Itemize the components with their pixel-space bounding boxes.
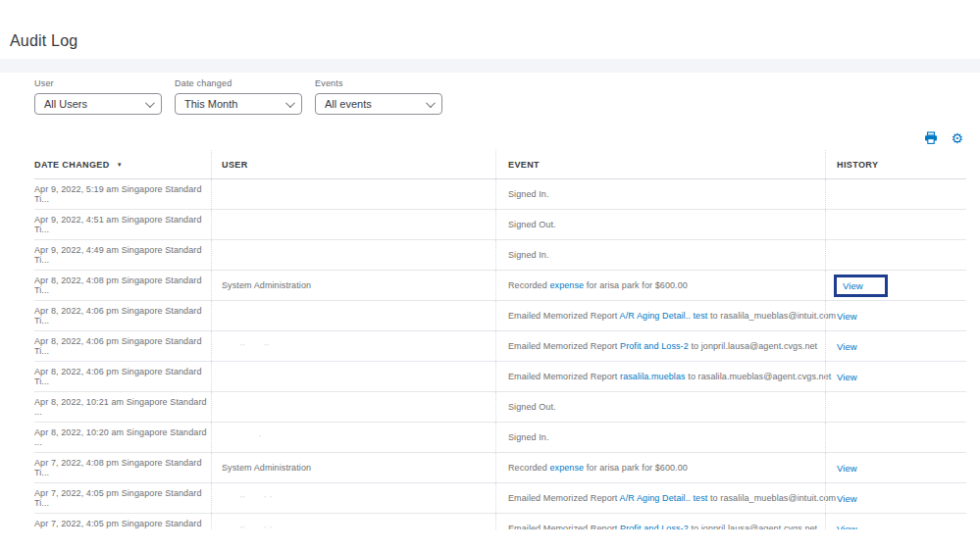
user-cell [211,362,495,391]
printer-icon[interactable] [924,131,938,145]
event-text-pre: Signed Out. [508,402,556,412]
column-header-event: EVENT [495,150,825,178]
event-text-pre: Signed In. [508,189,549,199]
table-row: Apr 9, 2022, 4:51 am Singapore Standard … [34,210,966,240]
table-row: Apr 8, 2022, 4:08 pm Singapore Standard … [34,271,966,301]
table-row: Apr 7, 2022, 4:08 pm Singapore Standard … [34,453,966,483]
date-changed-cell: Apr 8, 2022, 4:06 pm Singapore Standard … [34,301,211,330]
view-history-link[interactable]: View [837,463,857,474]
event-cell: Signed In. [495,179,825,209]
event-link[interactable]: A/R Aging Detail.. test [620,493,708,503]
event-text: Emailed Memorized Report rasalila.muebla… [508,372,831,381]
event-cell: Signed Out. [495,392,825,422]
table-row: Apr 8, 2022, 4:06 pm Singapore Standard … [34,301,966,331]
event-cell: Recorded expense for arisa park for $600… [495,271,825,300]
event-text: Emailed Memorized Report A/R Aging Detai… [508,493,836,503]
event-text: Emailed Memorized Report Profit and Loss… [508,524,817,529]
header-divider-band [0,59,980,73]
gear-icon[interactable]: ⚙ [951,131,963,145]
top-spacer [0,0,980,27]
event-text: Signed Out. [508,220,556,229]
table-header-row: DATE CHANGED ▼ USER EVENT HISTORY [34,150,966,179]
table-row: Apr 8, 2022, 10:20 am Singapore Standard… [34,423,966,453]
event-link[interactable]: rasalila.mueblas [620,372,686,381]
user-redacted-text: '' ' ' [240,494,273,503]
table-toolbar: ⚙ [0,130,980,146]
event-link[interactable]: expense [549,463,584,473]
event-cell: Signed In. [495,240,825,270]
event-text: Recorded expense for arisa park for $600… [508,280,688,290]
event-cell: Emailed Memorized Report Profit and Loss… [495,331,825,361]
event-link[interactable]: A/R Aging Detail.. test [620,311,708,321]
view-history-link[interactable]: View [837,524,857,530]
date-changed-cell: Apr 8, 2022, 10:21 am Singapore Standard… [34,392,211,422]
event-text: Signed In. [508,250,549,260]
event-text: Recorded expense for arisa park for $600… [508,463,688,473]
view-history-link[interactable]: View [837,493,857,504]
event-link[interactable]: expense [549,280,584,290]
table-row: Apr 8, 2022, 4:06 pm Singapore Standard … [34,362,966,392]
user-cell: System Administration [211,271,495,300]
table-row: Apr 7, 2022, 4:05 pm Singapore Standard … [34,483,966,514]
date-filter-label: Date changed [175,78,302,88]
date-changed-cell: Apr 8, 2022, 10:20 am Singapore Standard… [34,423,211,452]
date-changed-text: Apr 7, 2022, 4:05 pm Singapore Standard … [34,519,211,529]
history-cell [825,392,966,422]
view-history-link[interactable]: View [837,372,857,382]
user-cell [211,301,495,330]
event-cell: Signed Out. [495,210,825,239]
user-text: System Administration [222,280,311,290]
user-redacted-text: ' [240,433,262,442]
user-redacted-text: '' ' ' [240,525,273,530]
event-cell: Signed In. [495,423,825,452]
audit-table-container: DATE CHANGED ▼ USER EVENT HISTORY Apr 9,… [0,150,980,529]
events-filter-value: All events [325,98,372,110]
event-text-pre: Signed Out. [508,220,556,229]
date-changed-text: Apr 8, 2022, 10:20 am Singapore Standard… [34,427,211,447]
user-redacted-text: '' '' [240,342,269,351]
date-changed-text: Apr 9, 2022, 4:49 am Singapore Standard … [34,245,211,265]
event-text: Signed In. [508,189,549,199]
filter-user: User All Users [34,78,162,115]
audit-table: DATE CHANGED ▼ USER EVENT HISTORY Apr 9,… [34,150,966,529]
event-cell: Emailed Memorized Report A/R Aging Detai… [495,301,825,330]
history-cell: View [825,271,966,300]
user-cell [211,240,495,270]
user-cell: '' '' [211,331,495,361]
event-link[interactable]: Profit and Loss-2 [620,524,689,529]
history-cell [825,179,966,209]
table-row: Apr 8, 2022, 10:21 am Singapore Standard… [34,392,966,423]
event-text-pre: Emailed Memorized Report [508,524,620,529]
event-text-pre: Emailed Memorized Report [508,341,620,351]
view-history-link[interactable]: View [843,280,863,291]
user-filter-select[interactable]: All Users [34,93,162,115]
date-changed-cell: Apr 9, 2022, 4:51 am Singapore Standard … [34,210,211,239]
event-text-pre: Emailed Memorized Report [508,311,620,321]
history-cell [825,210,966,239]
view-history-link[interactable]: View [837,311,857,322]
chevron-down-icon [145,98,155,108]
column-header-history: HISTORY [825,150,966,178]
event-text-pre: Recorded [508,280,549,290]
event-text-post: for arisa park for $600.00 [584,463,688,473]
event-text-post: to jonpril.lausa@agent.cvgs.net [689,341,817,351]
user-cell: '' ' ' [211,514,495,529]
table-body: Apr 9, 2022, 5:19 am Singapore Standard … [34,179,966,529]
event-text-pre: Emailed Memorized Report [508,493,620,503]
date-filter-select[interactable]: This Month [175,93,302,115]
event-cell: Emailed Memorized Report rasalila.muebla… [495,362,825,391]
table-row: Apr 9, 2022, 5:19 am Singapore Standard … [34,179,966,210]
view-history-link[interactable]: View [837,341,857,352]
event-text: Signed Out. [508,402,556,412]
events-filter-select[interactable]: All events [315,93,442,115]
user-text: System Administration [222,463,311,473]
column-header-date-changed[interactable]: DATE CHANGED ▼ [34,150,211,178]
filter-date-changed: Date changed This Month [175,78,302,115]
date-changed-text: Apr 8, 2022, 10:21 am Singapore Standard… [34,397,211,417]
history-cell: View [825,362,966,391]
date-changed-cell: Apr 7, 2022, 4:05 pm Singapore Standard … [34,514,211,529]
history-cell [825,423,966,452]
event-link[interactable]: Profit and Loss-2 [620,341,689,351]
history-cell: View [825,453,966,482]
event-cell: Recorded expense for arisa park for $600… [495,453,825,482]
